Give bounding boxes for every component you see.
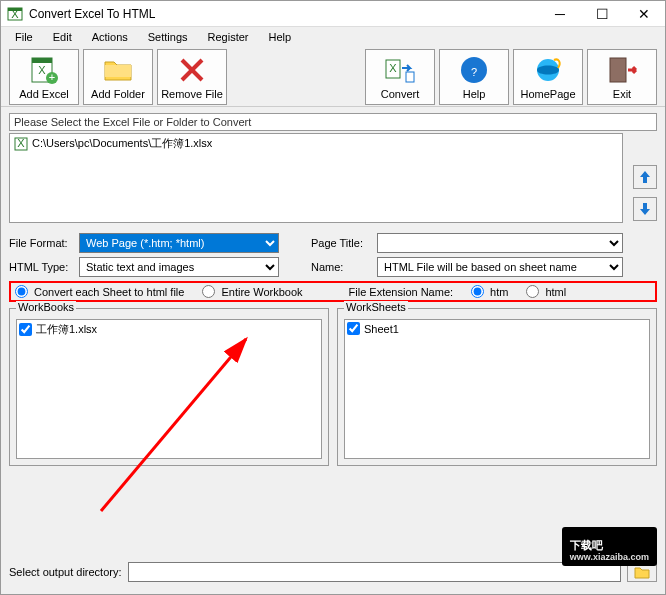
workbook-item[interactable]: 工作簿1.xlsx [19,322,319,337]
options-row-highlight: Convert each Sheet to html file Entire W… [9,281,657,302]
move-down-button[interactable] [633,197,657,221]
help-icon: ? [458,54,490,86]
menu-settings[interactable]: Settings [140,29,196,45]
svg-text:X: X [38,64,46,76]
remove-x-icon [176,54,208,86]
entire-workbook-radio[interactable]: Entire Workbook [202,285,302,298]
html-radio[interactable]: html [526,285,566,298]
file-path-text: C:\Users\pc\Documents\工作簿1.xlsx [32,136,212,151]
svg-rect-12 [406,72,414,82]
svg-text:X: X [11,8,19,20]
excel-plus-icon: X+ [28,54,60,86]
svg-text:X: X [389,62,397,74]
add-excel-label: Add Excel [19,88,69,100]
worksheet-name: Sheet1 [364,323,399,335]
add-folder-label: Add Folder [91,88,145,100]
workbook-checkbox[interactable] [19,323,32,336]
maximize-button[interactable]: ☐ [581,1,623,27]
output-dir-label: Select output directory: [9,566,122,578]
file-list[interactable]: X C:\Users\pc\Documents\工作簿1.xlsx [9,133,623,223]
menu-register[interactable]: Register [200,29,257,45]
titlebar: X Convert Excel To HTML ─ ☐ ✕ [1,1,665,27]
htm-label: htm [490,286,508,298]
folder-icon [102,54,134,86]
watermark-main: 下载吧 [570,539,603,551]
exit-button[interactable]: Exit [587,49,657,105]
file-format-select[interactable]: Web Page (*.htm; *html) [79,233,279,253]
page-title-select[interactable] [377,233,623,253]
add-excel-button[interactable]: X+ Add Excel [9,49,79,105]
excel-file-icon: X [14,137,28,151]
homepage-label: HomePage [520,88,575,100]
workbooks-group: WorkBooks 工作簿1.xlsx [9,308,329,466]
workbooks-title: WorkBooks [16,301,76,313]
workbook-name: 工作簿1.xlsx [36,322,97,337]
instruction-label: Please Select the Excel File or Folder t… [9,113,657,131]
app-icon: X [7,6,23,22]
svg-rect-4 [32,58,52,63]
output-dir-input[interactable] [128,562,621,582]
html-label: html [545,286,566,298]
ie-icon [532,54,564,86]
file-row[interactable]: X C:\Users\pc\Documents\工作簿1.xlsx [10,134,622,153]
entire-workbook-label: Entire Workbook [221,286,302,298]
watermark: 下载吧 www.xiazaiba.com [562,527,657,566]
menu-actions[interactable]: Actions [84,29,136,45]
close-button[interactable]: ✕ [623,1,665,27]
move-up-button[interactable] [633,165,657,189]
app-window: X Convert Excel To HTML ─ ☐ ✕ File Edit … [0,0,666,595]
help-label: Help [463,88,486,100]
page-title-label: Page Title: [311,237,371,249]
exit-label: Exit [613,88,631,100]
svg-text:?: ? [471,66,477,78]
svg-text:X: X [17,137,25,149]
convert-icon: X [384,54,416,86]
menu-edit[interactable]: Edit [45,29,80,45]
menubar: File Edit Actions Settings Register Help [1,27,665,47]
homepage-button[interactable]: HomePage [513,49,583,105]
remove-file-button[interactable]: Remove File [157,49,227,105]
htm-radio[interactable]: htm [471,285,508,298]
convert-label: Convert [381,88,420,100]
worksheets-group: WorkSheets Sheet1 [337,308,657,466]
minimize-button[interactable]: ─ [539,1,581,27]
each-sheet-label: Convert each Sheet to html file [34,286,184,298]
html-type-select[interactable]: Static text and images [79,257,279,277]
html-type-label: HTML Type: [9,261,73,273]
menu-help[interactable]: Help [261,29,300,45]
watermark-sub: www.xiazaiba.com [570,552,649,562]
window-title: Convert Excel To HTML [29,7,539,21]
help-button[interactable]: ? Help [439,49,509,105]
convert-button[interactable]: X Convert [365,49,435,105]
svg-text:+: + [49,71,55,83]
worksheet-item[interactable]: Sheet1 [347,322,647,335]
name-select[interactable]: HTML File will be based on sheet name [377,257,623,277]
exit-icon [606,54,638,86]
worksheets-list[interactable]: Sheet1 [344,319,650,459]
svg-rect-16 [610,58,626,82]
toolbar: X+ Add Excel Add Folder Remove File X Co… [1,47,665,107]
worksheet-checkbox[interactable] [347,322,360,335]
menu-file[interactable]: File [7,29,41,45]
name-label: Name: [311,261,371,273]
file-format-label: File Format: [9,237,73,249]
workbooks-list[interactable]: 工作簿1.xlsx [16,319,322,459]
worksheets-title: WorkSheets [344,301,408,313]
file-ext-label: File Extension Name: [349,286,454,298]
remove-file-label: Remove File [161,88,223,100]
add-folder-button[interactable]: Add Folder [83,49,153,105]
output-dir-row: Select output directory: [9,562,657,582]
each-sheet-radio[interactable]: Convert each Sheet to html file [15,285,184,298]
